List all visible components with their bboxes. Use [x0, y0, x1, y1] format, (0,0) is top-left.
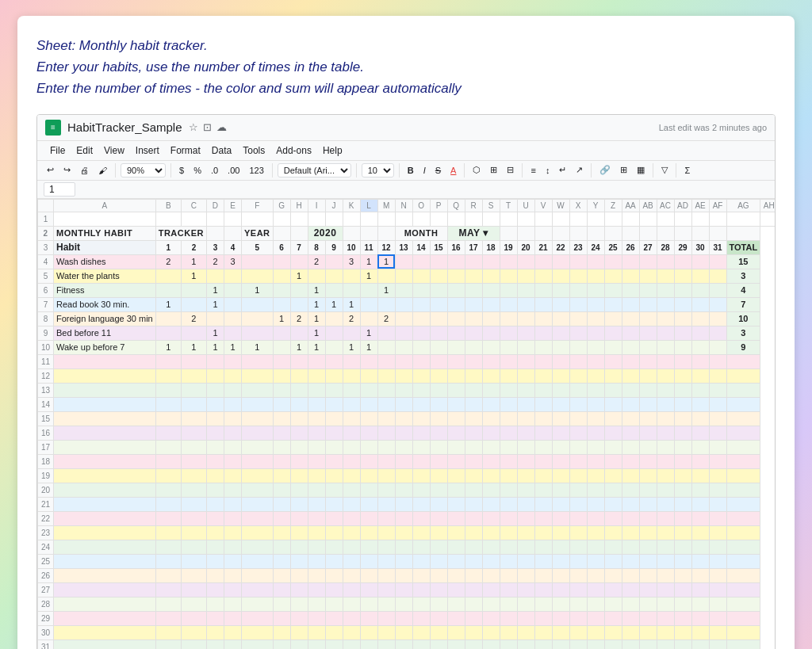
cell-4-day-22[interactable]: [552, 311, 569, 326]
empty-0-day-13[interactable]: [395, 354, 412, 368]
empty-10-day-29[interactable]: [674, 497, 691, 511]
r1c19[interactable]: [500, 212, 517, 226]
cell-3-day-22[interactable]: [552, 297, 569, 311]
empty-15-day-10[interactable]: [343, 568, 360, 582]
empty-7-day-24[interactable]: [587, 454, 604, 468]
empty-14-day-3[interactable]: [206, 554, 224, 568]
empty-17-day-3[interactable]: [206, 597, 224, 611]
empty-17-day-4[interactable]: [224, 597, 241, 611]
cell-5-day-9[interactable]: [325, 326, 343, 340]
empty-18-day-26[interactable]: [622, 611, 639, 625]
empty-15-day-17[interactable]: [465, 568, 482, 582]
empty-0-day-27[interactable]: [639, 354, 657, 368]
cell-0-day-8[interactable]: 2: [308, 254, 325, 269]
empty-8-day-15[interactable]: [430, 468, 447, 483]
empty-2-day-10[interactable]: [343, 383, 360, 397]
empty-4-day-11[interactable]: [360, 411, 377, 426]
r1c4[interactable]: [224, 212, 241, 226]
empty-2-day-24[interactable]: [587, 383, 604, 397]
cell-6-day-23[interactable]: [569, 340, 587, 354]
empty-0-day-25[interactable]: [604, 354, 622, 368]
empty-3-day-30[interactable]: [691, 397, 709, 411]
cell-2-day-23[interactable]: [569, 283, 587, 297]
empty-2-day-5[interactable]: [241, 383, 273, 397]
merge-button[interactable]: ⊟: [504, 163, 517, 177]
empty-17-day-2[interactable]: [181, 597, 206, 611]
empty-4-day-31[interactable]: [709, 411, 726, 426]
empty-7-day-10[interactable]: [343, 454, 360, 468]
empty-7-day-11[interactable]: [360, 454, 377, 468]
empty-18-day-4[interactable]: [224, 611, 241, 625]
empty-0-day-28[interactable]: [657, 354, 674, 368]
empty-8-day-31[interactable]: [709, 468, 726, 483]
empty-13-day-13[interactable]: [395, 540, 412, 554]
empty-7-day-17[interactable]: [465, 454, 482, 468]
empty-14-day-21[interactable]: [534, 554, 552, 568]
empty-0-day-29[interactable]: [674, 354, 691, 368]
empty-12-day-8[interactable]: [308, 525, 325, 540]
empty-17-day-11[interactable]: [360, 597, 377, 611]
empty-1-day-15[interactable]: [430, 368, 447, 383]
cell-6-day-21[interactable]: [534, 340, 552, 354]
empty-4-day-14[interactable]: [412, 411, 430, 426]
cell-2-day-30[interactable]: [691, 283, 709, 297]
cell-5-day-17[interactable]: [465, 326, 482, 340]
empty-19-day-10[interactable]: [343, 625, 360, 639]
empty-8-day-7[interactable]: [290, 468, 308, 483]
empty-13-day-8[interactable]: [308, 540, 325, 554]
empty-19-day-4[interactable]: [224, 625, 241, 639]
empty-18-day-12[interactable]: [377, 611, 395, 625]
cell-1-day-3[interactable]: [206, 269, 224, 283]
decimal-dec-btn[interactable]: .0: [208, 164, 221, 177]
empty-10-day-17[interactable]: [465, 497, 482, 511]
empty-5-day-1[interactable]: [155, 426, 181, 440]
empty-19-day-3[interactable]: [206, 625, 224, 639]
empty-6-day-14[interactable]: [412, 440, 430, 454]
empty-14-day-13[interactable]: [395, 554, 412, 568]
empty-4-day-19[interactable]: [500, 411, 517, 426]
empty-16-day-24[interactable]: [587, 582, 604, 597]
empty-8-day-16[interactable]: [447, 468, 465, 483]
empty-15-day-23[interactable]: [569, 568, 587, 582]
cell-4-day-9[interactable]: [325, 311, 343, 326]
cell-0-day-31[interactable]: [709, 254, 726, 269]
empty-6-day-23[interactable]: [569, 440, 587, 454]
empty-3-day-18[interactable]: [482, 397, 500, 411]
empty-6-day-10[interactable]: [343, 440, 360, 454]
empty-9-day-8[interactable]: [308, 483, 325, 497]
empty-9-day-24[interactable]: [587, 483, 604, 497]
empty-2-day-29[interactable]: [674, 383, 691, 397]
empty-8-day-19[interactable]: [500, 468, 517, 483]
empty-13-day-17[interactable]: [465, 540, 482, 554]
cell-4-day-25[interactable]: [604, 311, 622, 326]
empty-6-day-3[interactable]: [206, 440, 224, 454]
r1c20[interactable]: [517, 212, 534, 226]
cell-1-day-20[interactable]: [517, 269, 534, 283]
empty-17-day-22[interactable]: [552, 597, 569, 611]
cell-6-day-20[interactable]: [517, 340, 534, 354]
empty-7-day-6[interactable]: [273, 454, 290, 468]
empty-16-day-31[interactable]: [709, 582, 726, 597]
cell-6-day-2[interactable]: 1: [181, 340, 206, 354]
empty-5-day-12[interactable]: [377, 426, 395, 440]
empty-19-day-24[interactable]: [587, 625, 604, 639]
empty-20-day-7[interactable]: [290, 639, 308, 649]
empty-20-day-15[interactable]: [430, 639, 447, 649]
cell-3-day-1[interactable]: 1: [155, 297, 181, 311]
star-icon[interactable]: ☆: [189, 121, 198, 133]
cell-4-day-1[interactable]: [155, 311, 181, 326]
empty-10-day-1[interactable]: [155, 497, 181, 511]
empty-2-day-7[interactable]: [290, 383, 308, 397]
empty-5-day-27[interactable]: [639, 426, 657, 440]
empty-3-day-21[interactable]: [534, 397, 552, 411]
empty-20-day-6[interactable]: [273, 639, 290, 649]
empty-9-day-14[interactable]: [412, 483, 430, 497]
cell-4-day-8[interactable]: 1: [308, 311, 325, 326]
cell-6-day-24[interactable]: [587, 340, 604, 354]
empty-11-day-2[interactable]: [181, 511, 206, 525]
empty-9-day-7[interactable]: [290, 483, 308, 497]
empty-0-day-10[interactable]: [343, 354, 360, 368]
empty-8-day-2[interactable]: [181, 468, 206, 483]
empty-6-day-12[interactable]: [377, 440, 395, 454]
empty-19-day-31[interactable]: [709, 625, 726, 639]
